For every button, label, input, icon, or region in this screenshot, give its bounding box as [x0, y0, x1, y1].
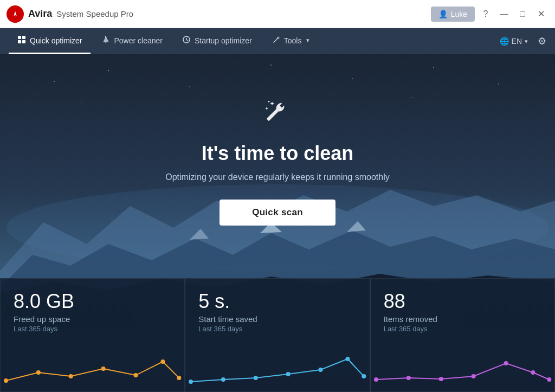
svg-point-57 [189, 380, 193, 384]
nav-item-tools[interactable]: Tools ▾ [263, 28, 319, 54]
nav-item-power-cleaner[interactable]: Power cleaner [93, 28, 171, 54]
tools-dropdown-icon: ▾ [306, 37, 309, 44]
title-bar-left: Avira System Speedup Pro [7, 5, 133, 23]
svg-point-66 [438, 377, 443, 381]
svg-rect-2 [22, 36, 25, 39]
globe-icon: 🌐 [500, 37, 509, 46]
user-button[interactable]: 👤 Luke [431, 7, 475, 22]
svg-point-52 [69, 374, 73, 378]
start-time-label: Start time saved [198, 314, 356, 324]
stat-card-items-removed: 88 Items removed Last 365 days [370, 278, 555, 392]
svg-point-58 [221, 377, 225, 382]
close-button[interactable]: ✕ [533, 7, 548, 22]
start-time-sublabel: Last 365 days [198, 325, 356, 333]
user-name: Luke [451, 10, 467, 18]
settings-icon[interactable]: ⚙ [538, 35, 546, 47]
maximize-button[interactable]: □ [515, 7, 530, 22]
nav-label-power-cleaner: Power cleaner [114, 36, 163, 45]
svg-point-63 [362, 374, 366, 378]
svg-point-56 [177, 376, 181, 380]
nav-right: 🌐 EN ▾ ⚙ [500, 35, 546, 47]
nav-label-tools: Tools [284, 36, 302, 45]
svg-point-65 [406, 376, 411, 380]
app-subtitle: System Speedup Pro [56, 9, 133, 18]
stat-card-start-time: 5 s. Start time saved Last 365 days [185, 278, 370, 392]
svg-point-68 [504, 361, 508, 365]
stats-area: 8.0 GB Freed up space Last 365 days [0, 278, 555, 392]
svg-rect-3 [18, 40, 21, 43]
user-icon: 👤 [438, 10, 448, 18]
items-removed-sublabel: Last 365 days [384, 325, 541, 333]
hero-title: It's time to clean [202, 142, 354, 165]
svg-point-53 [101, 367, 106, 371]
svg-rect-4 [22, 40, 25, 43]
lang-dropdown-icon: ▾ [525, 38, 528, 45]
freed-space-value: 8.0 GB [14, 291, 171, 312]
svg-point-64 [374, 377, 378, 382]
app-logo [7, 5, 24, 23]
clock-icon [182, 35, 191, 46]
stat-card-freed-space: 8.0 GB Freed up space Last 365 days [0, 278, 185, 392]
title-bar-right: 👤 Luke ? — □ ✕ [431, 7, 548, 22]
svg-point-67 [471, 374, 475, 378]
svg-marker-22 [190, 229, 209, 240]
hero-subtitle: Optimizing your device regularly keeps i… [165, 172, 390, 182]
language-selector[interactable]: 🌐 EN ▾ [500, 37, 528, 46]
start-time-value: 5 s. [198, 291, 356, 312]
minimize-button[interactable]: — [496, 7, 512, 22]
freed-space-label: Freed up space [14, 314, 171, 324]
items-removed-value: 88 [384, 291, 541, 312]
freed-space-chart [1, 343, 184, 391]
help-button[interactable]: ? [478, 7, 493, 22]
items-removed-chart [371, 343, 554, 391]
svg-point-62 [346, 357, 350, 361]
grid-icon [17, 35, 26, 46]
freed-space-sublabel: Last 365 days [14, 325, 171, 333]
hero-icon [261, 98, 294, 137]
hero-section: It's time to clean Optimizing your devic… [0, 54, 555, 226]
svg-point-51 [36, 370, 41, 375]
wrench-icon [272, 35, 280, 46]
items-removed-label: Items removed [384, 314, 541, 324]
nav-item-quick-optimizer[interactable]: Quick optimizer [9, 28, 91, 54]
nav-label-quick-optimizer: Quick optimizer [30, 36, 82, 45]
app-name: Avira [28, 8, 52, 20]
title-bar: Avira System Speedup Pro 👤 Luke ? — □ ✕ [0, 0, 555, 28]
svg-point-69 [531, 370, 535, 375]
svg-point-50 [4, 378, 8, 383]
quick-scan-button[interactable]: Quick scan [220, 200, 335, 226]
svg-point-54 [134, 373, 138, 377]
svg-point-59 [254, 376, 258, 380]
svg-point-70 [547, 377, 551, 382]
nav-label-startup-optimizer: Startup optimizer [195, 36, 252, 45]
main-area: It's time to clean Optimizing your devic… [0, 54, 555, 392]
svg-rect-5 [105, 36, 106, 38]
svg-rect-1 [18, 36, 21, 39]
nav-left: Quick optimizer Power cleaner Startup op… [9, 28, 318, 54]
lang-label: EN [512, 37, 522, 46]
start-time-chart [185, 343, 369, 391]
svg-point-55 [160, 359, 165, 364]
svg-point-61 [319, 368, 323, 372]
broom-icon [101, 35, 110, 46]
nav-item-startup-optimizer[interactable]: Startup optimizer [173, 28, 261, 54]
nav-bar: Quick optimizer Power cleaner Startup op… [0, 28, 555, 54]
svg-point-60 [286, 372, 291, 376]
